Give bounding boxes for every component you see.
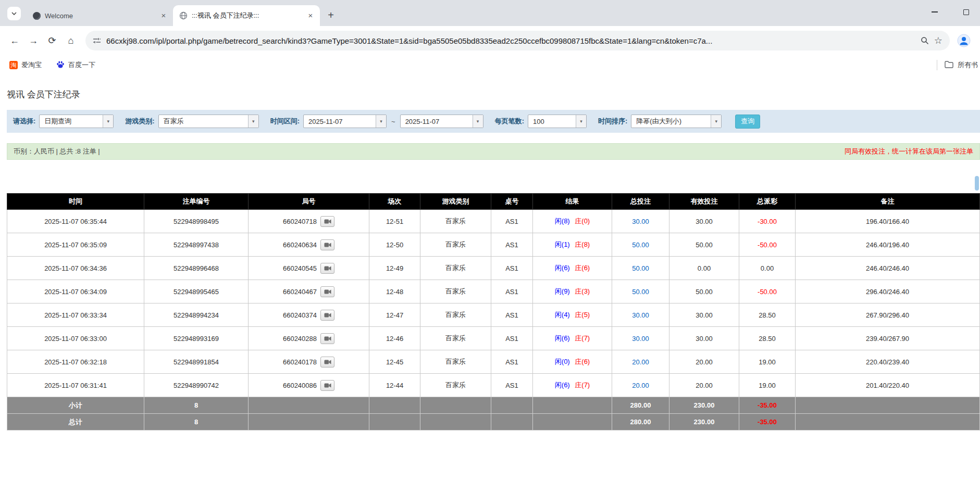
minimize-button[interactable]	[924, 4, 946, 20]
replay-video-button[interactable]	[320, 286, 334, 297]
result-cell: 闲(1) 庄(8)	[533, 233, 612, 257]
summary-payout: -35.00	[739, 397, 796, 414]
all-bookmarks[interactable]: 所有书	[937, 55, 978, 75]
session-cell: 12-50	[369, 233, 420, 257]
tab-search-button[interactable]	[7, 7, 21, 20]
bet-id-cell: 522948994234	[144, 303, 249, 327]
column-header: 总派彩	[739, 194, 796, 210]
total-bet-link[interactable]: 30.00	[632, 311, 649, 319]
query-button[interactable]: 查询	[735, 115, 760, 129]
filter-bar: 请选择: 日期查询 ▾ 游戏类别: 百家乐 ▾ 时间区间: 2025-11-07…	[7, 110, 980, 133]
total-bet-cell: 30.00	[612, 210, 669, 233]
query-type-select[interactable]: 日期查询 ▾	[39, 115, 114, 128]
column-header: 注单编号	[144, 194, 249, 210]
date-from-select[interactable]: 2025-11-07 ▾	[303, 115, 387, 128]
game-type-cell: 百家乐	[420, 327, 491, 350]
tab-betrecord[interactable]: :::视讯 会员下注纪录::: ×	[173, 5, 320, 26]
site-info-icon[interactable]	[93, 36, 101, 45]
result-cell: 闲(8) 庄(0)	[533, 210, 612, 233]
total-bet-link[interactable]: 20.00	[632, 382, 649, 389]
zoom-icon[interactable]	[921, 36, 929, 45]
bookmark-taobao[interactable]: 淘 爱淘宝	[9, 60, 42, 70]
round-number: 660240634	[283, 241, 317, 249]
maximize-icon	[963, 9, 969, 15]
table-no-cell: AS1	[491, 280, 533, 303]
bet-record-row: 2025-11-07 06:35:09522948997438660240634…	[7, 233, 980, 257]
column-header: 有效投注	[669, 194, 739, 210]
bookmark-star-icon[interactable]: ☆	[934, 36, 942, 45]
globe-favicon-icon	[179, 11, 188, 20]
per-page-label: 每页笔数:	[495, 117, 524, 126]
banker-result: 庄(6)	[575, 264, 590, 272]
date-to-select[interactable]: 2025-11-07 ▾	[400, 115, 483, 128]
note-cell: 246.40/246.40	[796, 257, 980, 280]
result-cell: 闲(0) 庄(6)	[533, 350, 612, 374]
replay-video-button[interactable]	[320, 333, 334, 344]
summary-total-bet: 280.00	[612, 397, 669, 414]
table-no-cell: AS1	[491, 374, 533, 397]
date-range-label: 时间区间:	[270, 117, 300, 126]
session-cell: 12-48	[369, 280, 420, 303]
player-result: 闲(6)	[555, 334, 570, 342]
column-header: 桌号	[491, 194, 533, 210]
reload-button[interactable]: ⟳	[43, 31, 61, 50]
profile-avatar[interactable]	[955, 32, 973, 49]
total-bet-link[interactable]: 30.00	[632, 218, 649, 225]
notice-text: 同局有效投注，统一计算在该局第一张注单	[845, 147, 973, 156]
summary-empty-cell	[796, 414, 980, 430]
replay-video-button[interactable]	[320, 216, 334, 227]
chevron-down-icon: ▾	[473, 115, 483, 128]
video-camera-icon	[324, 383, 331, 388]
total-bet-link[interactable]: 50.00	[632, 241, 649, 249]
result-cell: 闲(6) 庄(7)	[533, 327, 612, 350]
scrollbar-thumb[interactable]	[975, 176, 979, 191]
summary-total-bet: 280.00	[612, 414, 669, 430]
tab-close-icon[interactable]: ×	[158, 10, 169, 21]
bookmark-label: 百度一下	[68, 60, 95, 70]
valid-bet-cell: 30.00	[669, 327, 739, 350]
replay-video-button[interactable]	[320, 380, 334, 391]
tab-close-icon[interactable]: ×	[305, 10, 316, 21]
total-bet-link[interactable]: 50.00	[632, 288, 649, 296]
total-bet-link[interactable]: 50.00	[632, 264, 649, 272]
video-camera-icon	[324, 312, 331, 318]
column-header: 总投注	[612, 194, 669, 210]
address-bar[interactable]: 66cxkj98.com/ipl/portal.php/game/betreco…	[85, 31, 950, 50]
round-cell: 660240634	[249, 233, 369, 257]
back-button[interactable]: ←	[5, 31, 24, 50]
chevron-down-icon: ▾	[576, 115, 586, 128]
game-type-cell: 百家乐	[420, 350, 491, 374]
replay-video-button[interactable]	[320, 357, 334, 368]
table-summary-row: 总计8280.00230.00-35.00	[7, 414, 980, 430]
currency-summary-text: 币别：人民币 | 总共 :8 注单 |	[14, 147, 100, 156]
url-text[interactable]: 66cxkj98.com/ipl/portal.php/game/betreco…	[106, 36, 915, 45]
total-bet-link[interactable]: 20.00	[632, 358, 649, 366]
forward-button[interactable]: →	[24, 31, 43, 50]
valid-bet-cell: 30.00	[669, 210, 739, 233]
round-number: 660240288	[283, 335, 317, 343]
chevron-down-icon: ▾	[376, 115, 386, 128]
tab-welcome[interactable]: Welcome ×	[26, 5, 173, 26]
video-camera-icon	[324, 359, 331, 365]
replay-video-button[interactable]	[320, 310, 334, 321]
bookmark-baidu[interactable]: 百度一下	[56, 60, 95, 70]
sort-select[interactable]: 降幂(由大到小) ▾	[631, 115, 722, 128]
summary-empty-cell	[369, 397, 420, 414]
total-bet-cell: 20.00	[612, 350, 669, 374]
summary-label: 小计	[7, 397, 144, 414]
time-cell: 2025-11-07 06:31:41	[7, 374, 144, 397]
new-tab-button[interactable]: +	[323, 7, 339, 23]
replay-video-button[interactable]	[320, 239, 334, 250]
game-type-select[interactable]: 百家乐 ▾	[158, 115, 259, 128]
summary-empty-cell	[491, 414, 533, 430]
maximize-button[interactable]	[955, 4, 977, 20]
per-page-value: 100	[528, 115, 576, 128]
total-bet-cell: 50.00	[612, 233, 669, 257]
replay-video-button[interactable]	[320, 263, 334, 274]
per-page-group: 每页笔数: 100 ▾	[495, 115, 587, 128]
total-bet-link[interactable]: 30.00	[632, 335, 649, 343]
valid-bet-cell: 30.00	[669, 303, 739, 327]
home-button[interactable]: ⌂	[61, 31, 80, 50]
time-cell: 2025-11-07 06:32:18	[7, 350, 144, 374]
per-page-select[interactable]: 100 ▾	[528, 115, 587, 128]
